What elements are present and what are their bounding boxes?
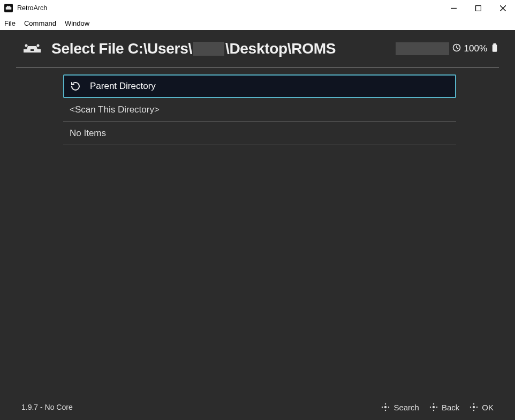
svg-point-26 — [476, 407, 478, 408]
svg-rect-10 — [493, 44, 496, 51]
svg-point-0 — [7, 6, 8, 7]
list-item-label: No Items — [70, 128, 106, 139]
battery-icon — [490, 43, 499, 55]
list-item-scan-directory[interactable]: <Scan This Directory> — [63, 98, 456, 122]
svg-point-13 — [385, 403, 386, 404]
path-title: Select File C:\Users\ \Desktop\ROMS — [51, 40, 336, 57]
file-browser-header: Select File C:\Users\ \Desktop\ROMS 100% — [0, 30, 515, 68]
version-label: 1.9.7 - No Core — [21, 403, 73, 411]
hint-ok[interactable]: OK — [469, 402, 494, 412]
svg-point-15 — [382, 407, 383, 408]
svg-point-20 — [430, 407, 431, 408]
menu-window[interactable]: Window — [65, 19, 89, 27]
svg-point-19 — [433, 410, 434, 411]
menu-file[interactable]: File — [4, 19, 16, 27]
clock-icon — [452, 43, 461, 55]
list-item-no-items: No Items — [63, 122, 456, 145]
minimize-button[interactable] — [441, 0, 466, 16]
retroarch-viewport: Select File C:\Users\ \Desktop\ROMS 100%… — [0, 30, 515, 420]
path-suffix: \Desktop\ROMS — [225, 40, 336, 57]
window-title: RetroArch — [17, 4, 47, 12]
menu-command[interactable]: Command — [24, 19, 56, 27]
back-arrow-icon — [70, 80, 81, 92]
window-titlebar: RetroArch — [0, 0, 515, 16]
svg-point-7 — [37, 44, 40, 47]
path-prefix: Select File C:\Users\ — [51, 40, 192, 57]
svg-point-17 — [433, 406, 435, 408]
svg-rect-11 — [494, 43, 496, 44]
svg-rect-3 — [475, 5, 481, 11]
hint-back[interactable]: Back — [429, 402, 459, 412]
svg-point-16 — [388, 407, 389, 408]
svg-point-18 — [433, 403, 434, 404]
svg-point-6 — [25, 44, 28, 47]
app-icon — [4, 4, 13, 12]
caption-buttons — [441, 0, 515, 16]
svg-point-24 — [473, 410, 474, 411]
hint-search[interactable]: Search — [381, 402, 419, 412]
file-list: Parent Directory <Scan This Directory> N… — [63, 74, 456, 145]
list-item-parent-directory[interactable]: Parent Directory — [63, 74, 456, 98]
battery-percent: 100% — [464, 43, 487, 54]
maximize-button[interactable] — [466, 0, 490, 16]
svg-point-12 — [384, 406, 387, 408]
hint-label: Back — [442, 403, 459, 412]
header-divider — [16, 68, 499, 68]
svg-point-14 — [385, 410, 386, 411]
redacted-time — [396, 42, 449, 55]
hint-label: Search — [393, 403, 419, 412]
hint-label: OK — [482, 403, 494, 412]
retroarch-logo-icon — [21, 42, 43, 56]
status-cluster: 100% — [396, 42, 499, 55]
redacted-username — [193, 42, 224, 56]
svg-point-23 — [473, 403, 474, 404]
svg-point-22 — [473, 406, 475, 408]
list-item-label: <Scan This Directory> — [70, 104, 160, 115]
footer-bar: 1.9.7 - No Core Search Back OK — [0, 394, 515, 420]
svg-point-1 — [10, 6, 11, 7]
menubar: File Command Window — [0, 16, 515, 30]
svg-point-21 — [436, 407, 437, 408]
svg-rect-8 — [31, 49, 34, 51]
list-item-label: Parent Directory — [90, 81, 156, 92]
button-hints: Search Back OK — [381, 402, 494, 412]
svg-point-25 — [470, 407, 471, 408]
close-button[interactable] — [490, 0, 515, 16]
